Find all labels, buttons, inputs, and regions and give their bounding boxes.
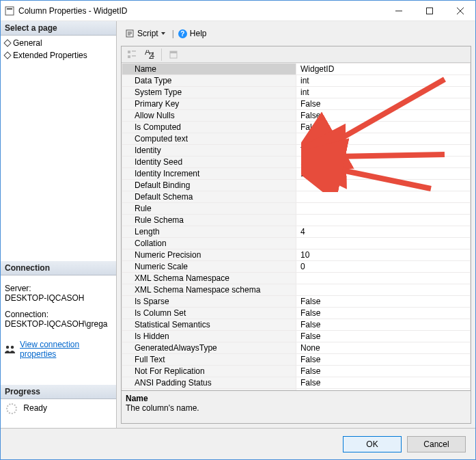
- svg-rect-12: [132, 55, 136, 57]
- property-value: False: [296, 98, 471, 110]
- server-label: Server:: [5, 284, 112, 293]
- property-row[interactable]: Allow NullsFalse: [122, 110, 471, 122]
- property-row[interactable]: System Typeint: [122, 87, 471, 98]
- property-value: [296, 215, 471, 226]
- property-name: Is Computed: [122, 122, 296, 133]
- property-row[interactable]: Collation: [122, 238, 471, 249]
- property-row[interactable]: Statistical SemanticsFalse: [122, 319, 471, 331]
- property-row[interactable]: Is HiddenFalse: [122, 331, 471, 342]
- property-row[interactable]: Full TextFalse: [122, 354, 471, 366]
- property-value: False: [296, 122, 471, 133]
- property-value: [296, 203, 471, 215]
- property-row[interactable]: Numeric Scale0: [122, 261, 471, 273]
- svg-rect-3: [426, 8, 432, 14]
- window-title: Column Properties - WidgetID: [18, 6, 383, 16]
- maximize-button[interactable]: [414, 1, 445, 21]
- property-row[interactable]: Identity Seed1: [122, 157, 471, 168]
- help-icon: ?: [178, 29, 187, 38]
- connection-info: Server: DESKTOP-IQCASOH Connection: DESK…: [1, 275, 116, 333]
- property-value: WidgetID: [296, 64, 471, 75]
- alphabetical-button[interactable]: AZ: [142, 48, 157, 62]
- property-value: [296, 238, 471, 249]
- property-row[interactable]: Computed text: [122, 133, 471, 145]
- view-connection-link[interactable]: View connection properties: [20, 340, 112, 359]
- property-row[interactable]: Default Schema: [122, 191, 471, 203]
- pages-list: GeneralExtended Properties: [1, 36, 116, 63]
- property-name: Not For Replication: [122, 366, 296, 377]
- property-name: Full Text: [122, 354, 296, 366]
- property-row[interactable]: Numeric Precision10: [122, 249, 471, 261]
- property-value: 4: [296, 226, 471, 238]
- property-row[interactable]: ANSI Padding StatusFalse: [122, 377, 471, 389]
- svg-rect-10: [128, 55, 130, 58]
- property-name: XML Schema Namespace schema: [122, 284, 296, 296]
- dialog-window: Column Properties - WidgetID Select a pa…: [0, 0, 476, 460]
- svg-rect-11: [132, 51, 136, 52]
- property-row[interactable]: Primary KeyFalse: [122, 98, 471, 110]
- property-row[interactable]: Length4: [122, 226, 471, 238]
- property-grid-toolbar: AZ: [122, 46, 471, 63]
- property-name: Rule Schema: [122, 215, 296, 226]
- description-pane: Name The column's name.: [122, 390, 471, 423]
- close-button[interactable]: [445, 1, 475, 21]
- svg-rect-0: [5, 7, 14, 15]
- property-value: False: [296, 296, 471, 308]
- page-nav-item[interactable]: General: [1, 37, 116, 49]
- property-row[interactable]: Is SparseFalse: [122, 296, 471, 308]
- svg-point-6: [6, 346, 9, 349]
- property-row[interactable]: Not For ReplicationFalse: [122, 366, 471, 377]
- property-name: Is Hidden: [122, 331, 296, 342]
- chevron-down-icon: [161, 32, 165, 35]
- toolbar: Script | ? Help: [121, 25, 471, 42]
- cancel-button[interactable]: Cancel: [407, 436, 466, 452]
- categorized-button[interactable]: [124, 48, 139, 62]
- property-name: Is Column Set: [122, 308, 296, 319]
- script-dropdown[interactable]: Script: [122, 27, 168, 40]
- app-icon: [5, 6, 14, 16]
- page-nav-item[interactable]: Extended Properties: [1, 49, 116, 62]
- property-row[interactable]: Is Column SetFalse: [122, 308, 471, 319]
- property-name: Default Binding: [122, 180, 296, 191]
- property-row[interactable]: Data Typeint: [122, 75, 471, 87]
- property-row[interactable]: GeneratedAlwaysTypeNone: [122, 342, 471, 354]
- property-row[interactable]: NameWidgetID: [122, 64, 471, 75]
- property-name: XML Schema Namespace: [122, 273, 296, 284]
- property-name: Length: [122, 226, 296, 238]
- property-row[interactable]: Rule Schema: [122, 215, 471, 226]
- property-pages-button[interactable]: [166, 48, 181, 62]
- left-panel: Select a page GeneralExtended Properties…: [1, 21, 117, 428]
- property-name: Rule: [122, 203, 296, 215]
- property-value: False: [296, 110, 471, 122]
- property-grid[interactable]: NameWidgetIDData TypeintSystem TypeintPr…: [122, 63, 471, 390]
- dialog-buttons: OK Cancel: [1, 428, 475, 459]
- property-grid-frame: AZ NameWidgetIDData TypeintSystem Typein…: [121, 46, 471, 424]
- property-row[interactable]: Rule: [122, 203, 471, 215]
- ok-button[interactable]: OK: [343, 436, 402, 452]
- property-value: False: [296, 354, 471, 366]
- connection-heading: Connection: [1, 261, 116, 275]
- property-name: Default Schema: [122, 191, 296, 203]
- property-row[interactable]: Default Binding: [122, 180, 471, 191]
- property-name: Name: [122, 64, 296, 75]
- svg-rect-16: [170, 51, 177, 53]
- script-label: Script: [137, 29, 158, 38]
- property-row[interactable]: XML Schema Namespace: [122, 273, 471, 284]
- property-name: Collation: [122, 238, 296, 249]
- description-text: The column's name.: [126, 403, 466, 413]
- property-value: False: [296, 308, 471, 319]
- property-value: False: [296, 319, 471, 331]
- view-connection-row: View connection properties: [1, 340, 116, 364]
- property-row[interactable]: XML Schema Namespace schema: [122, 284, 471, 296]
- property-row[interactable]: IdentityTrue: [122, 145, 471, 157]
- property-name: Numeric Precision: [122, 249, 296, 261]
- property-value: 0: [296, 261, 471, 273]
- svg-rect-9: [128, 51, 130, 53]
- property-row[interactable]: Identity Increment1: [122, 168, 471, 180]
- property-row[interactable]: Is ComputedFalse: [122, 122, 471, 133]
- minimize-button[interactable]: [383, 1, 414, 21]
- property-value: 1: [296, 157, 471, 168]
- script-icon: [125, 29, 135, 38]
- help-button[interactable]: ? Help: [178, 29, 207, 38]
- property-value: 10: [296, 249, 471, 261]
- property-value: [296, 191, 471, 203]
